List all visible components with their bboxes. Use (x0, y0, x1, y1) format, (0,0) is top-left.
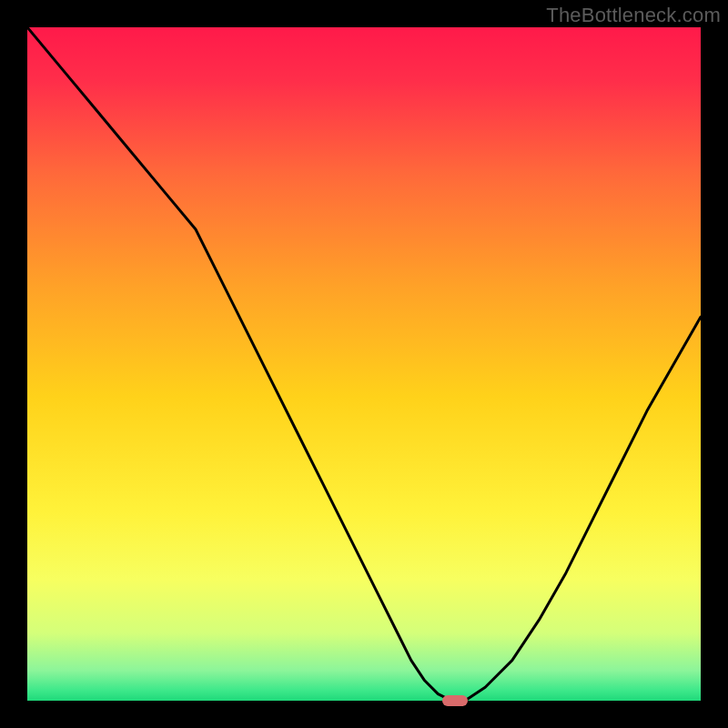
gradient-background (27, 27, 701, 701)
plot-area (27, 27, 701, 701)
watermark-label: TheBottleneck.com (546, 4, 721, 27)
chart-frame: TheBottleneck.com (0, 0, 728, 728)
bottleneck-chart-svg (27, 27, 701, 701)
